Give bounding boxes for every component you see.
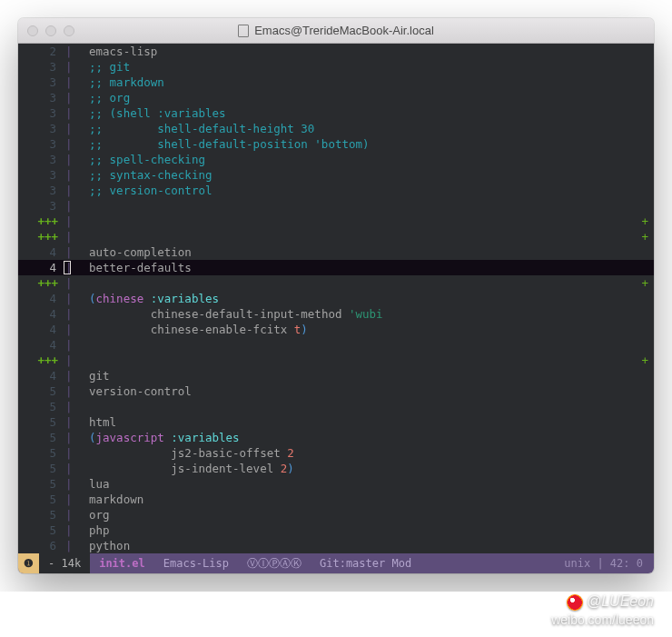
code-content[interactable]: ;; spell-checking (89, 152, 654, 167)
code-line[interactable]: 3|;; git (18, 59, 654, 75)
flycheck-warning-badge[interactable]: ❶ (18, 553, 39, 573)
code-line[interactable]: 3|;; syntax-checking (18, 167, 654, 183)
code-line[interactable]: +++|+ (18, 275, 654, 291)
diff-added-marker: +++ (18, 229, 62, 244)
code-line[interactable]: +++|+ (18, 353, 654, 368)
diff-added-marker: +++ (18, 275, 62, 291)
code-line[interactable]: 4|git (18, 368, 654, 383)
code-content[interactable]: + (89, 275, 654, 291)
code-content[interactable]: git (89, 368, 654, 383)
code-line[interactable]: 6|python (18, 538, 654, 553)
code-line[interactable]: 3| (18, 198, 654, 214)
gutter-separator: | (62, 105, 89, 121)
code-content[interactable]: ;; markdown (89, 75, 654, 90)
code-line[interactable]: 3|;; org (18, 90, 654, 105)
gutter-separator: | (62, 322, 89, 337)
code-content[interactable]: php (89, 523, 654, 538)
code-content[interactable]: js-indent-level 2) (89, 461, 654, 476)
code-content[interactable]: (chinese :variables (89, 291, 654, 306)
code-line[interactable]: 4|(chinese :variables (18, 291, 654, 306)
code-line[interactable]: 3|;; version-control (18, 183, 654, 198)
modeline[interactable]: ❶ - 14k init.el Emacs-Lisp ⓋⒾⓅⒶⓀ Git:mas… (18, 553, 654, 573)
code-line[interactable]: +++|+ (18, 229, 654, 244)
code-content[interactable]: + (89, 353, 654, 368)
code-content[interactable]: html (89, 414, 654, 430)
gutter-separator: | (62, 291, 89, 306)
code-content[interactable]: ;; shell-default-height 30 (89, 121, 654, 136)
cursor (64, 261, 71, 274)
code-line[interactable]: 3|;; markdown (18, 75, 654, 90)
code-content[interactable] (89, 399, 654, 414)
code-content[interactable]: chinese-default-input-method 'wubi (89, 306, 654, 322)
code-content[interactable] (89, 337, 654, 353)
minor-modes[interactable]: ⓋⒾⓅⒶⓀ (238, 553, 311, 573)
evil-state-indicator: - 14k (39, 553, 90, 573)
code-content[interactable]: ;; syntax-checking (89, 167, 654, 183)
line-number: 4 (18, 260, 62, 275)
code-line[interactable]: 4|auto-completion (18, 244, 654, 260)
code-line[interactable]: 2|emacs-lisp (18, 44, 654, 59)
code-line[interactable]: 5|(javascript :variables (18, 430, 654, 445)
titlebar[interactable]: Emacs@TrerideMacBook-Air.local (18, 18, 654, 44)
code-content[interactable]: ;; (shell :variables (89, 105, 654, 121)
line-number: 3 (18, 152, 62, 167)
minimize-icon[interactable] (45, 25, 56, 36)
code-line[interactable]: 5|php (18, 523, 654, 538)
code-content[interactable]: auto-completion (89, 244, 654, 260)
code-content[interactable] (89, 198, 654, 214)
major-mode[interactable]: Emacs-Lisp (154, 553, 238, 573)
code-content[interactable]: markdown (89, 492, 654, 507)
gutter-separator: | (62, 198, 89, 214)
gutter-separator: | (62, 492, 89, 507)
line-number: 3 (18, 136, 62, 152)
code-content[interactable]: ;; shell-default-position 'bottom) (89, 136, 654, 152)
code-line[interactable]: 5| js2-basic-offset 2 (18, 445, 654, 461)
editor-area[interactable]: 2|emacs-lisp3|;; git3|;; markdown3|;; or… (18, 44, 654, 553)
zoom-icon[interactable] (64, 25, 74, 36)
code-content[interactable]: js2-basic-offset 2 (89, 445, 654, 461)
code-line[interactable]: 3|;; shell-default-position 'bottom) (18, 136, 654, 152)
code-line[interactable]: +++|+ (18, 214, 654, 229)
code-line[interactable]: 3|;; spell-checking (18, 152, 654, 167)
close-icon[interactable] (27, 25, 38, 36)
code-line[interactable]: 3|;; shell-default-height 30 (18, 121, 654, 136)
code-content[interactable]: ;; org (89, 90, 654, 105)
code-content[interactable]: version-control (89, 383, 654, 399)
gutter-separator: | (62, 275, 89, 291)
line-number: 3 (18, 90, 62, 105)
code-line[interactable]: 4| chinese-enable-fcitx t) (18, 322, 654, 337)
code-content[interactable]: (javascript :variables (89, 430, 654, 445)
code-line[interactable]: 5|markdown (18, 492, 654, 507)
code-line[interactable]: 5| js-indent-level 2) (18, 461, 654, 476)
code-content[interactable]: + (89, 229, 654, 244)
code-content[interactable]: ;; version-control (89, 183, 654, 198)
gutter-separator: | (62, 244, 89, 260)
buffer-filename[interactable]: init.el (90, 553, 154, 573)
code-content[interactable]: org (89, 507, 654, 523)
code-line[interactable]: 5|version-control (18, 383, 654, 399)
code-line[interactable]: 5|org (18, 507, 654, 523)
gutter-separator: | (62, 383, 89, 399)
code-content[interactable]: lua (89, 476, 654, 492)
gutter-separator: | (62, 121, 89, 136)
code-content[interactable]: emacs-lisp (89, 44, 654, 59)
code-line[interactable]: 5| (18, 399, 654, 414)
code-line[interactable]: 5|html (18, 414, 654, 430)
diff-added-eol-icon: + (641, 229, 648, 244)
gutter-separator: | (62, 507, 89, 523)
vc-branch[interactable]: Git:master Mod (311, 553, 420, 573)
code-line[interactable]: 4| (18, 337, 654, 353)
code-line[interactable]: 4| chinese-default-input-method 'wubi (18, 306, 654, 322)
gutter-separator: | (62, 337, 89, 353)
code-content[interactable]: chinese-enable-fcitx t) (89, 322, 654, 337)
code-content[interactable]: python (89, 538, 654, 553)
line-number: 4 (18, 291, 62, 306)
line-number: 5 (18, 414, 62, 430)
code-line[interactable]: 5|lua (18, 476, 654, 492)
code-content[interactable]: + (89, 214, 654, 229)
code-content[interactable]: better-defaults (89, 260, 654, 275)
code-line[interactable]: 3|;; (shell :variables (18, 105, 654, 121)
line-number: 3 (18, 167, 62, 183)
code-line[interactable]: 4|better-defaults (18, 260, 654, 275)
code-content[interactable]: ;; git (89, 59, 654, 75)
